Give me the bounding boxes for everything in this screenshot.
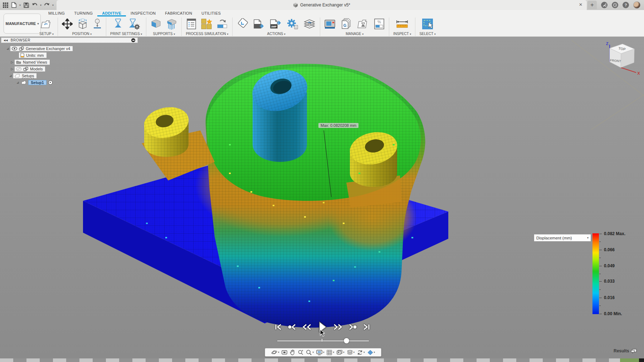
print-setting-icon[interactable] — [113, 18, 123, 30]
document-tab[interactable]: Generative Exchanger v5* ✕ — [57, 0, 587, 10]
machine-library-icon[interactable] — [324, 19, 337, 29]
expand-icon[interactable]: ⊿ — [8, 74, 13, 78]
previous-keyframe-button[interactable] — [288, 324, 296, 330]
post-process-icon[interactable] — [253, 18, 265, 30]
turntable-button[interactable]: ▾ — [357, 350, 365, 355]
simulation-status-icon[interactable] — [216, 18, 228, 30]
layers-button[interactable]: ▾ — [347, 350, 355, 355]
timeline-handle[interactable] — [344, 338, 349, 343]
tree-row-setup1[interactable]: ⊿ Setup1 — [1, 79, 138, 86]
user-avatar[interactable] — [633, 1, 640, 9]
select-icon[interactable] — [422, 18, 433, 30]
results-status[interactable]: Results — [614, 348, 637, 353]
undo-icon[interactable] — [31, 2, 38, 8]
generate-icon[interactable] — [236, 18, 249, 30]
tree-row-setups[interactable]: ⊿ Setups — [1, 72, 138, 79]
skip-to-end-button[interactable] — [363, 324, 370, 330]
dock-green-segment — [620, 358, 639, 362]
timeline-track[interactable] — [277, 341, 369, 341]
clock-icon[interactable] — [612, 2, 618, 8]
file-menu-icon[interactable] — [11, 2, 17, 8]
viewport-3d-canvas[interactable]: Max: 0.0820208 mm TOP FRONT Z X ◀◀ BROWS… — [0, 37, 644, 358]
task-manager-icon[interactable] — [357, 19, 369, 29]
tab-fabrication[interactable]: FABRICATION — [160, 10, 197, 16]
step-back-button[interactable] — [302, 324, 312, 330]
collapse-panel-icon[interactable]: ◀◀ — [4, 39, 8, 42]
simulation-layers-icon[interactable] — [303, 18, 316, 30]
group-label-setup[interactable]: SETUP ▾ — [39, 32, 54, 36]
help-icon[interactable]: ? — [623, 2, 629, 8]
group-label-position[interactable]: POSITION ▾ — [72, 32, 92, 36]
support-volume-icon[interactable] — [150, 19, 162, 29]
tree-row-models[interactable]: ▷ Models — [1, 65, 138, 72]
effects-button[interactable]: ▾ — [367, 350, 375, 355]
save-icon[interactable] — [23, 2, 29, 8]
tree-label-models[interactable]: Models — [30, 67, 43, 71]
expand-icon[interactable]: ⊿ — [5, 47, 10, 50]
tab-utilities[interactable]: UTILITIES — [197, 10, 225, 16]
pan-button[interactable] — [290, 349, 295, 355]
look-at-button[interactable] — [282, 350, 287, 355]
active-setup-radio-icon[interactable] — [48, 80, 53, 85]
job-report-icon[interactable]: % — [374, 18, 385, 30]
display-state-icon[interactable] — [131, 38, 135, 42]
group-label-actions[interactable]: ACTIONS ▾ — [267, 32, 286, 36]
app-grid-icon[interactable] — [2, 2, 9, 8]
tree-row-named-views[interactable]: ▷ Named Views — [1, 59, 138, 65]
next-keyframe-button[interactable] — [348, 324, 357, 330]
new-tab-button[interactable]: + — [587, 1, 597, 9]
group-label-manage[interactable]: MANAGE ▾ — [346, 32, 364, 36]
tree-label-named-views[interactable]: Named Views — [23, 60, 47, 64]
undo-caret[interactable]: ▾ — [40, 4, 42, 7]
tree-label-root[interactable]: Generative Exchanger v4 — [26, 46, 70, 51]
expand-icon[interactable]: ⊿ — [15, 81, 20, 84]
group-label-print-settings[interactable]: PRINT SETTINGS ▾ — [110, 32, 142, 36]
move-icon[interactable] — [62, 19, 73, 29]
zoom-window-button[interactable]: ▾ — [306, 349, 314, 355]
tab-milling[interactable]: MILLING — [44, 10, 69, 16]
grid-settings-button[interactable]: ▾ — [327, 350, 334, 355]
zoom-button[interactable] — [298, 349, 303, 355]
export-3mf-icon[interactable]: 3MF — [269, 18, 282, 30]
machine-settings-gear-icon[interactable] — [287, 18, 299, 30]
viewports-button[interactable]: ▾ — [337, 350, 345, 355]
visibility-off-eye-icon[interactable] — [16, 67, 21, 71]
setup-folder-icon[interactable] — [40, 19, 53, 29]
viewcube[interactable]: TOP FRONT Z X — [601, 40, 642, 77]
collapsed-icon[interactable]: ▷ — [10, 60, 15, 64]
redo-icon[interactable] — [44, 2, 50, 8]
measure-icon[interactable] — [396, 19, 409, 29]
tab-turning[interactable]: TURNING — [69, 10, 97, 16]
tab-additive[interactable]: ADDITIVE — [97, 10, 126, 16]
step-forward-button[interactable] — [333, 324, 342, 330]
print-setting-edit-icon[interactable] — [128, 18, 140, 30]
skip-to-start-button[interactable] — [275, 324, 282, 330]
group-label-select[interactable]: SELECT ▾ — [419, 32, 436, 36]
collapsed-icon[interactable]: ▷ — [10, 67, 15, 71]
group-label-inspect[interactable]: INSPECT ▾ — [393, 32, 411, 36]
orbit-button[interactable]: ▾ — [271, 349, 279, 355]
simulation-list-icon[interactable] — [186, 18, 196, 30]
job-status-icon[interactable] — [601, 2, 608, 8]
orient-cube-icon[interactable] — [77, 19, 88, 29]
visibility-eye-icon[interactable] — [12, 47, 17, 50]
close-tab-icon[interactable]: ✕ — [579, 2, 582, 7]
post-library-icon[interactable]: G — [341, 18, 353, 30]
display-settings-button[interactable]: ▾ — [316, 350, 325, 355]
group-label-process-simulation[interactable]: PROCESS SIMULATION ▾ — [186, 32, 228, 36]
support-bars-icon[interactable] — [166, 18, 177, 30]
group-label-supports[interactable]: SUPPORTS ▾ — [153, 32, 175, 36]
workspace-selector[interactable]: MANUFACTURE ▾ — [4, 14, 41, 34]
legend-result-dropdown[interactable]: Displacement (mm) ▾ — [534, 234, 591, 242]
tree-row-root[interactable]: ⊿ Generative Exchanger v4 — [1, 45, 138, 52]
touch-plate-icon[interactable] — [93, 19, 102, 29]
tab-inspection[interactable]: INSPECTION — [126, 10, 160, 16]
browser-header[interactable]: ◀◀ BROWSER — [1, 38, 138, 43]
tree-label-units[interactable]: Units: mm — [26, 53, 44, 58]
redo-caret[interactable]: ▾ — [52, 4, 54, 7]
tree-label-setups[interactable]: Setups — [22, 74, 34, 78]
simulate-tiles-icon[interactable] — [201, 18, 212, 30]
tree-row-units[interactable]: Units: mm — [1, 52, 138, 59]
file-menu-caret[interactable]: ▾ — [19, 4, 21, 7]
tree-label-setup1[interactable]: Setup1 — [28, 80, 47, 85]
